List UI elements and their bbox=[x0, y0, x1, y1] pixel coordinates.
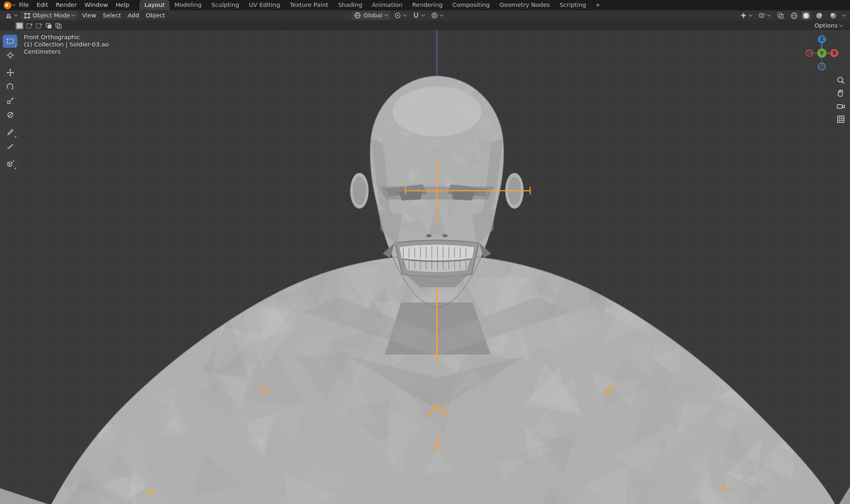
menu-edit[interactable]: Edit bbox=[33, 0, 52, 10]
chevron-down-icon bbox=[839, 23, 843, 26]
camera-view-icon[interactable] bbox=[836, 102, 845, 110]
tool-select-box-button[interactable] bbox=[3, 35, 17, 48]
workspace-tab-uv-editing[interactable]: UV Editing bbox=[244, 0, 285, 10]
mesh-arm-left bbox=[0, 488, 48, 504]
ui-root: FileEditRenderWindowHelp LayoutModelingS… bbox=[0, 0, 850, 504]
workspace-tab-scripting[interactable]: Scripting bbox=[555, 0, 591, 10]
viewport-menu-object[interactable]: Object bbox=[142, 10, 168, 20]
workspace-tab-texture-paint[interactable]: Texture Paint bbox=[285, 0, 333, 10]
zoom-icon[interactable] bbox=[836, 76, 845, 84]
grid-ortho-icon[interactable] bbox=[836, 115, 845, 123]
chevron-down-icon bbox=[440, 13, 443, 17]
editor-type-button[interactable] bbox=[2, 11, 20, 20]
tool-annotate-button[interactable] bbox=[3, 126, 17, 139]
add-workspace-button[interactable]: + bbox=[591, 0, 605, 10]
menu-window[interactable]: Window bbox=[81, 0, 112, 10]
workspace-tab-layout[interactable]: Layout bbox=[140, 0, 169, 10]
viewport-header: Object Mode ViewSelectAddObject Global bbox=[0, 10, 850, 20]
show-gizmo-icon bbox=[740, 12, 747, 19]
select-box-icon bbox=[6, 38, 14, 45]
blender-window: FileEditRenderWindowHelp LayoutModelingS… bbox=[0, 0, 850, 504]
workspace-tab-compositing[interactable]: Compositing bbox=[448, 0, 495, 10]
menu-render[interactable]: Render bbox=[52, 0, 80, 10]
navigation-gizmo[interactable]: Z X Y bbox=[802, 32, 842, 74]
pan-hand-icon[interactable] bbox=[836, 89, 845, 97]
toggle-xray-button[interactable] bbox=[774, 11, 787, 20]
shading-rendered-button[interactable] bbox=[827, 11, 839, 20]
shading-material-button[interactable] bbox=[812, 11, 825, 20]
select-mode-subtract-button[interactable] bbox=[35, 21, 43, 30]
view-controls bbox=[836, 76, 845, 124]
viewport-info-line-1-collection-soldier-03-ao: (1) Collection | Soldier-03.ao bbox=[24, 41, 109, 48]
shading-wireframe-button[interactable] bbox=[788, 11, 801, 20]
select-mode-intersect-button[interactable] bbox=[54, 21, 63, 30]
select-mode-invert-button[interactable] bbox=[44, 21, 53, 30]
shading-material-icon bbox=[815, 12, 823, 19]
tool-move-button[interactable] bbox=[3, 66, 17, 79]
snapping-toggle[interactable] bbox=[410, 11, 427, 20]
workspace-tab-rendering[interactable]: Rendering bbox=[407, 0, 447, 10]
shading-solid-button[interactable] bbox=[802, 11, 810, 19]
workspace-tab-geometry-nodes[interactable]: Geometry Nodes bbox=[495, 0, 555, 10]
tool-add-cube-button[interactable] bbox=[3, 157, 17, 170]
proportional-editing-icon bbox=[431, 12, 438, 19]
viewport-menu-add[interactable]: Add bbox=[124, 10, 142, 20]
workspace-tabs: LayoutModelingSculptingUV EditingTexture… bbox=[140, 0, 591, 10]
show-overlays-toggle[interactable] bbox=[756, 11, 773, 20]
workspace-tab-animation[interactable]: Animation bbox=[367, 0, 407, 10]
pivot-point-icon bbox=[394, 12, 401, 19]
tool-transform-button[interactable] bbox=[3, 108, 17, 121]
tool-shelf bbox=[3, 35, 17, 171]
transform-icon bbox=[6, 111, 14, 119]
blender-logo-icon[interactable] bbox=[4, 1, 11, 9]
chevron-down-icon bbox=[72, 13, 75, 17]
viewport-menu-select[interactable]: Select bbox=[99, 10, 125, 20]
menu-help[interactable]: Help bbox=[112, 0, 133, 10]
shading-rendered-icon bbox=[829, 12, 837, 19]
editor-type-3d-viewport-icon bbox=[5, 12, 13, 19]
chevron-down-icon bbox=[767, 13, 771, 17]
mode-selector[interactable]: Object Mode bbox=[21, 11, 78, 20]
chevron-down-icon bbox=[402, 13, 406, 17]
orientation-globe-icon bbox=[354, 12, 361, 19]
chevron-down-icon bbox=[384, 13, 388, 17]
gizmo-z-label: Z bbox=[820, 36, 824, 42]
viewport-3d[interactable]: Front Orthographic(1) Collection | Soldi… bbox=[0, 30, 850, 504]
mesh-arm-right bbox=[839, 487, 850, 504]
proportional-editing-toggle[interactable] bbox=[428, 11, 445, 20]
pivot-point-dropdown[interactable] bbox=[391, 11, 408, 20]
viewport-menu-view[interactable]: View bbox=[79, 10, 99, 20]
tool-cursor-button[interactable] bbox=[3, 49, 17, 62]
chevron-down-icon bbox=[421, 13, 425, 17]
viewport-info: Front Orthographic(1) Collection | Soldi… bbox=[24, 34, 109, 55]
cursor-icon bbox=[6, 51, 14, 59]
chevron-down-icon bbox=[749, 13, 752, 17]
viewport-canvas[interactable] bbox=[0, 30, 850, 504]
workspace-tab-modeling[interactable]: Modeling bbox=[169, 0, 206, 10]
scale-icon bbox=[6, 97, 14, 105]
tool-measure-button[interactable] bbox=[3, 140, 17, 153]
workspace-tab-shading[interactable]: Shading bbox=[333, 0, 367, 10]
gizmo-axis-z-negative[interactable] bbox=[818, 63, 825, 70]
toggle-xray-icon bbox=[777, 12, 784, 19]
menu-file[interactable]: File bbox=[15, 0, 33, 10]
move-icon bbox=[6, 69, 14, 76]
options-label: Options bbox=[814, 22, 837, 29]
mode-label: Object Mode bbox=[32, 12, 70, 19]
transform-orientation-dropdown[interactable]: Global bbox=[351, 11, 390, 20]
orientation-label: Global bbox=[364, 12, 383, 19]
show-gizmo-toggle[interactable] bbox=[737, 11, 755, 20]
tool-rotate-button[interactable] bbox=[3, 80, 17, 93]
chevron-down-icon bbox=[842, 13, 846, 17]
viewport-menus: ViewSelectAddObject bbox=[79, 10, 168, 20]
show-overlays-icon bbox=[758, 12, 765, 19]
app-menus: FileEditRenderWindowHelp bbox=[15, 0, 133, 10]
options-dropdown[interactable]: Options bbox=[814, 22, 842, 29]
gizmo-y-label: Y bbox=[820, 51, 824, 56]
gizmo-axis-x-negative[interactable] bbox=[806, 50, 813, 57]
select-mode-new-button[interactable] bbox=[15, 21, 24, 30]
tool-scale-button[interactable] bbox=[3, 94, 17, 107]
shading-solid-icon bbox=[802, 12, 810, 19]
workspace-tab-sculpting[interactable]: Sculpting bbox=[207, 0, 244, 10]
select-mode-extend-button[interactable] bbox=[25, 21, 34, 30]
